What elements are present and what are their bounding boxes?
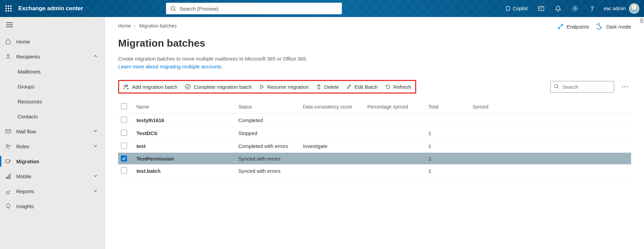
col-status[interactable]: Status [236, 100, 300, 114]
cell-synced [470, 127, 631, 140]
svg-rect-18 [6, 130, 11, 133]
delete-button[interactable]: Delete [316, 84, 339, 90]
nav-groups[interactable]: Groups [0, 79, 105, 94]
col-name[interactable]: Name [134, 100, 236, 114]
main-content: Home › Migration batches Endpoints Dark … [105, 17, 644, 249]
nav-contacts[interactable]: Contacts [0, 109, 105, 124]
scrollbar-indicator [640, 18, 643, 23]
row-checkbox[interactable] [121, 117, 127, 123]
cell-status: Synced with errors [236, 153, 300, 165]
cell-dcs [300, 153, 365, 165]
svg-rect-0 [5, 5, 7, 7]
edit-label: Edit Batch [354, 84, 378, 90]
cell-dcs [300, 165, 365, 178]
mobile-icon [5, 173, 12, 179]
top-bar: Exchange admin center Copilot eac admin [0, 0, 644, 17]
avatar[interactable] [629, 3, 639, 14]
endpoints-button[interactable]: Endpoints [557, 23, 589, 30]
chevron-up-icon [93, 54, 98, 60]
more-options-icon[interactable] [619, 81, 631, 93]
table-row[interactable]: testylh1616Completed [118, 114, 631, 127]
app-title: Exchange admin center [18, 5, 83, 12]
app-launcher-icon[interactable] [5, 5, 12, 12]
cell-name: test [134, 140, 236, 153]
help-icon[interactable] [585, 0, 599, 17]
cell-name: testylh1616 [134, 114, 236, 127]
nav-mailflow[interactable]: Mail flow [0, 124, 105, 139]
refresh-label: Refresh [393, 84, 411, 90]
cell-percent [365, 153, 426, 165]
table-search-input[interactable] [550, 81, 614, 93]
insights-icon [5, 203, 12, 209]
learn-more-link[interactable]: Learn more about migrating multiple acco… [118, 63, 424, 71]
nav-groups-label: Groups [18, 84, 34, 89]
svg-point-33 [622, 86, 623, 87]
breadcrumb: Home › Migration batches [118, 23, 631, 29]
copilot-button[interactable]: Copilot [501, 5, 531, 12]
delete-label: Delete [324, 84, 339, 90]
dark-mode-label: Dark mode [606, 24, 631, 30]
row-checkbox[interactable] [121, 130, 127, 136]
table-row[interactable]: TestPermissionSynced with errors1 [118, 153, 631, 165]
user-name: eac admin [604, 6, 626, 11]
cell-name: TestDCS [134, 127, 236, 140]
svg-rect-2 [10, 5, 12, 7]
nav-recipients[interactable]: Recipients [0, 49, 105, 64]
complete-migration-batch-button[interactable]: Complete migration batch [185, 84, 252, 90]
nav-mobile[interactable]: Mobile [0, 169, 105, 184]
svg-rect-3 [5, 8, 7, 9]
table-row[interactable]: test.batchSynced with errors1 [118, 165, 631, 178]
settings-icon[interactable] [568, 0, 582, 17]
cell-total: 1 [426, 140, 470, 153]
nav-toggle-icon[interactable] [0, 17, 105, 33]
select-all-checkbox[interactable] [121, 103, 127, 109]
refresh-button[interactable]: Refresh [385, 84, 411, 90]
chevron-down-icon [93, 129, 98, 134]
svg-rect-5 [10, 8, 12, 9]
row-checkbox[interactable] [121, 155, 127, 162]
nav-migration[interactable]: Migration [0, 154, 105, 169]
nav-mailboxes[interactable]: Mailboxes [0, 64, 105, 79]
svg-rect-23 [8, 176, 9, 179]
cell-total: 1 [426, 153, 470, 165]
nav-migration-label: Migration [16, 159, 39, 164]
add-migration-batch-button[interactable]: Add migration batch [123, 84, 177, 90]
col-synced[interactable]: Synced [470, 100, 631, 114]
table-header-row: Name Status Data consistency score Perce… [118, 100, 631, 114]
page-title: Migration batches [118, 37, 631, 49]
svg-point-31 [554, 84, 558, 88]
svg-rect-21 [6, 160, 10, 163]
dark-mode-button[interactable]: Dark mode [597, 23, 631, 30]
cell-status: Completed with errors [236, 140, 300, 153]
toolbar-highlight: Add migration batch Complete migration b… [118, 80, 416, 94]
resume-migration-button[interactable]: Resume migration [259, 84, 309, 90]
table-row[interactable]: testCompleted with errorsInvestigate1 [118, 140, 631, 153]
shell-item-icon[interactable] [534, 0, 548, 17]
nav-roles[interactable]: Roles [0, 139, 105, 154]
nav-resources[interactable]: Resources [0, 94, 105, 109]
top-right-actions: Copilot eac admin [501, 0, 639, 17]
nav-home[interactable]: Home [0, 34, 105, 49]
nav-reports[interactable]: Reports [0, 184, 105, 199]
col-percent[interactable]: Percentage synced [365, 100, 426, 114]
person-icon [5, 53, 12, 60]
edit-batch-button[interactable]: Edit Batch [346, 84, 378, 90]
breadcrumb-home[interactable]: Home [118, 23, 131, 29]
global-search-input[interactable] [166, 3, 342, 14]
cell-percent [365, 140, 426, 153]
svg-rect-11 [538, 6, 544, 11]
svg-point-17 [7, 54, 9, 56]
nav-mobile-label: Mobile [16, 173, 31, 179]
notifications-icon[interactable] [551, 0, 565, 17]
nav-mailboxes-label: Mailboxes [18, 69, 41, 74]
col-total[interactable]: Total [426, 100, 470, 114]
table-row[interactable]: TestDCSStopped1 [118, 127, 631, 140]
row-checkbox[interactable] [121, 167, 127, 173]
row-checkbox[interactable] [121, 143, 127, 149]
svg-point-26 [558, 28, 559, 29]
nav-home-label: Home [16, 39, 30, 45]
svg-rect-6 [5, 10, 7, 12]
svg-point-9 [171, 6, 175, 10]
nav-insights[interactable]: Insights [0, 199, 105, 214]
col-dcs[interactable]: Data consistency score [300, 100, 365, 114]
